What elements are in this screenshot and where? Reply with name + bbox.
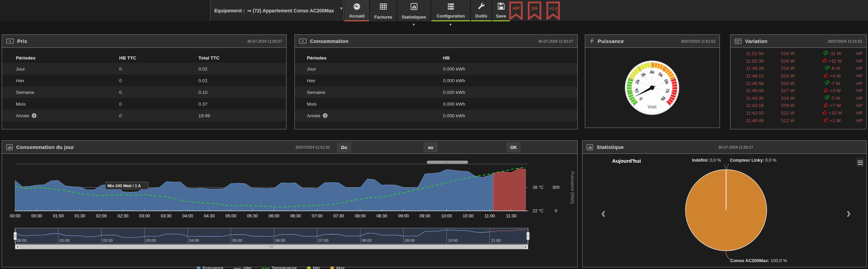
nav-label: Accueil <box>344 14 369 19</box>
svg-text:07:30: 07:30 <box>333 214 344 218</box>
table-header: PériodesHB <box>295 53 577 63</box>
nav-label: Configuration <box>431 14 470 19</box>
statistique-pie-chart[interactable] <box>582 154 866 268</box>
legend-item-max[interactable]: Max <box>330 266 345 269</box>
svg-text:Min 243 Watt / 1 A: Min 243 Watt / 1 A <box>107 184 141 188</box>
legend-swatch <box>234 268 241 269</box>
statistique-title: Statistique <box>597 144 624 150</box>
nav-item-save[interactable]: Save <box>492 0 510 21</box>
svg-text:Watt: Watt <box>648 104 657 109</box>
chart-legend: PuissanceHierTempératureMinMax <box>2 266 539 269</box>
prix-header: 0 Prix 30-07-2024 11:50:27 <box>2 35 286 48</box>
legend-item-hier[interactable]: Hier <box>234 266 251 269</box>
svg-text:02:30: 02:30 <box>117 214 128 218</box>
consommation-table: PériodesHBJour0.000 kWhHier0.000 kWhSema… <box>295 48 577 121</box>
table-row: Jour0.000 kWh <box>295 63 577 75</box>
nav-label: Save <box>492 14 510 19</box>
conso-jour-header: Consommation du jour 30/07/2024 11:51:52… <box>2 141 577 154</box>
svg-text:00:00: 00:00 <box>17 238 27 243</box>
variation-row: 11:50:36529 W+11 WHP <box>731 57 866 65</box>
nav-item-accueil[interactable]: Accueil <box>344 0 369 21</box>
prev-chevron-icon[interactable]: ‹ <box>601 206 606 220</box>
prix-title: Prix <box>17 38 27 44</box>
prix-panel: 0 Prix 30-07-2024 11:50:27 PériodesHB TT… <box>2 34 287 129</box>
table-row: Jour00.02 <box>2 63 286 75</box>
svg-text:03:00: 03:00 <box>139 214 150 218</box>
du-button[interactable]: Du <box>337 142 352 153</box>
consommation-panel: 0 Consommation 30-07-2024 11:50:27 Pério… <box>294 34 578 129</box>
statistique-panel: Statistique 30-07-2024 11:50:27 Aujourd'… <box>582 140 867 267</box>
info-icon[interactable]: i <box>32 113 37 118</box>
statistiques-caret-icon[interactable]: ▾ <box>413 22 415 27</box>
puissance-panel: Puissance 30/07/2024 11:51:52 01k2k3k4k5… <box>585 34 720 128</box>
thumb-down-icon <box>824 80 829 86</box>
table-row: Semaine00.10 <box>2 86 286 98</box>
topbar: Equipement : ⇒ (72) Appartement Conso AC… <box>0 0 868 21</box>
svg-text:0: 0 <box>9 40 11 43</box>
variation-row: 11:46:58520 W-7 WHP <box>731 79 866 87</box>
variation-row: 11:51:50518 W-11 WHP <box>731 50 866 57</box>
nav-item-outils[interactable]: Outils <box>471 0 492 21</box>
factures-icon <box>379 2 388 12</box>
table-header: PériodesHB TTCTotal TTC <box>2 53 286 63</box>
svg-text:11:00: 11:00 <box>484 214 495 218</box>
navigator-handle[interactable] <box>14 232 17 240</box>
svg-text:V3.4: V3.4 <box>549 7 557 11</box>
svg-text:04:30: 04:30 <box>204 214 215 218</box>
svg-text:11:30: 11:30 <box>506 214 516 218</box>
ribbon-badge-hp: HP <box>509 1 523 21</box>
nav-label: Outils <box>471 14 492 19</box>
navigator-handle[interactable] <box>527 232 529 240</box>
consommation-timestamp: 30-07-2024 11:50:27 <box>538 39 573 43</box>
table-row: Mois00.37 <box>2 98 286 110</box>
svg-text:09:00: 09:00 <box>405 238 415 243</box>
configuration-caret-icon[interactable]: ▾ <box>450 22 452 27</box>
svg-text:2A: 2A <box>531 5 538 11</box>
legend-swatch <box>262 268 269 269</box>
thumb-up-icon <box>823 58 828 64</box>
thumb-down-icon <box>824 95 829 101</box>
au-button[interactable]: au <box>423 142 438 153</box>
nav-item-factures[interactable]: Factures <box>370 0 396 21</box>
info-icon[interactable]: i <box>323 113 328 118</box>
svg-text:08:00: 08:00 <box>362 238 372 243</box>
svg-text:01:30: 01:30 <box>74 214 85 218</box>
svg-text:22 °C: 22 °C <box>533 208 543 213</box>
topbar-separator <box>210 0 210 21</box>
variation-row: 11:43:16529 W+7 WHP <box>731 102 866 109</box>
equipment-label: Equipement : <box>214 0 245 21</box>
hamburger-menu-icon[interactable] <box>856 158 864 167</box>
legend-item-temperature[interactable]: Température <box>262 266 297 269</box>
svg-text:09:00: 09:00 <box>398 214 409 218</box>
variation-header: Variation 30/07/2024 11:51:52 <box>731 35 866 48</box>
thumb-up-icon <box>824 88 829 94</box>
svg-text:300: 300 <box>552 185 560 190</box>
svg-text:10:30: 10:30 <box>463 214 473 218</box>
svg-text:07:00: 07:00 <box>312 214 322 218</box>
svg-text:10:00: 10:00 <box>448 238 458 243</box>
legend-item-min[interactable]: Min <box>307 266 320 269</box>
nav-item-statistiques[interactable]: Statistiques <box>397 0 431 21</box>
legend-item-puissance[interactable]: Puissance <box>197 266 223 269</box>
ok-button[interactable]: OK <box>506 142 521 153</box>
ribbon-badge-v3.4: V3.4✎ <box>546 1 560 21</box>
svg-text:06:30: 06:30 <box>290 214 301 218</box>
svg-text:04:00: 04:00 <box>189 238 199 243</box>
conso-jour-panel: Consommation du jour 30/07/2024 11:51:52… <box>2 140 578 267</box>
next-chevron-icon[interactable]: › <box>846 206 851 220</box>
table-row: Annéei019.99 <box>2 110 286 121</box>
accueil-icon <box>353 2 361 12</box>
svg-text:03:30: 03:30 <box>161 214 172 218</box>
svg-text:06:00: 06:00 <box>269 214 279 218</box>
table-row: Hier0.000 kWh <box>295 75 577 86</box>
svg-text:Puissance (Watt): Puissance (Watt) <box>570 171 575 204</box>
equipment-select[interactable]: ⇒ (72) Appartement Conso AC200Max <box>247 0 334 21</box>
thumb-up-icon <box>822 110 827 116</box>
nav-item-configuration[interactable]: Configuration <box>431 0 470 21</box>
prix-timestamp: 30-07-2024 11:50:27 <box>247 39 282 43</box>
chevron-down-icon[interactable]: ▾ <box>340 6 342 11</box>
badge-ribbons: HP2AV3.4✎ <box>509 1 560 21</box>
variation-row: 11:49:26518 W-6 WHP <box>731 65 866 72</box>
day-consumption-chart[interactable]: 00:0000:3001:0001:3002:0002:3003:0003:30… <box>2 154 577 252</box>
table-row: Annéei0.000 kWh <box>295 110 577 121</box>
